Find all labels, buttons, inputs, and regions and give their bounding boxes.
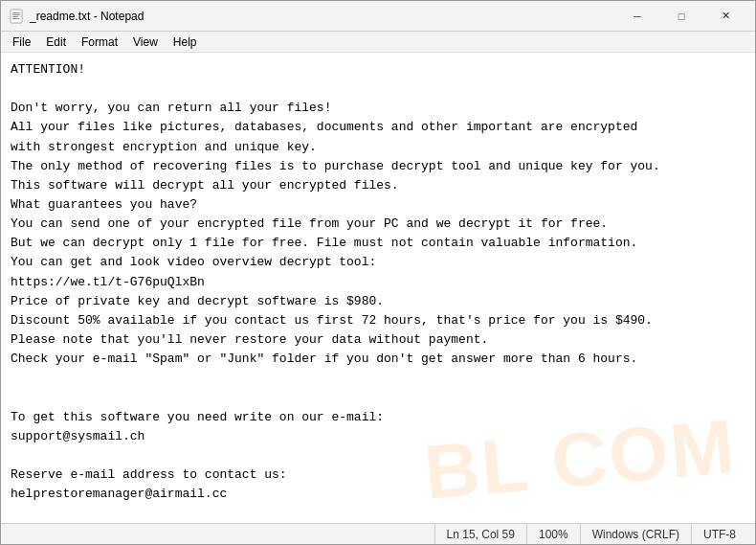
app-icon — [9, 9, 24, 24]
encoding: UTF-8 — [692, 524, 747, 544]
line-ending: Windows (CRLF) — [581, 524, 692, 544]
menu-edit[interactable]: Edit — [38, 34, 74, 51]
menu-help[interactable]: Help — [166, 34, 205, 51]
notepad-window: _readme.txt - Notepad ─ □ ✕ File Edit Fo… — [0, 0, 756, 545]
scroll-area[interactable]: ATTENTION! Don't worry, you can return a… — [1, 53, 755, 523]
svg-rect-1 — [12, 12, 20, 13]
status-spacer — [9, 524, 435, 544]
statusbar: Ln 15, Col 59 100% Windows (CRLF) UTF-8 — [1, 523, 755, 544]
svg-rect-4 — [12, 18, 19, 19]
zoom-level: 100% — [527, 524, 581, 544]
menu-format[interactable]: Format — [74, 34, 125, 51]
window-title: _readme.txt - Notepad — [30, 10, 615, 23]
titlebar: _readme.txt - Notepad ─ □ ✕ — [1, 1, 755, 32]
text-content: ATTENTION! Don't worry, you can return a… — [1, 53, 755, 523]
minimize-button[interactable]: ─ — [615, 1, 659, 32]
cursor-position: Ln 15, Col 59 — [435, 524, 527, 544]
menubar: File Edit Format View Help — [1, 32, 755, 53]
close-button[interactable]: ✕ — [703, 1, 747, 32]
menu-file[interactable]: File — [5, 34, 38, 51]
content-area: ATTENTION! Don't worry, you can return a… — [1, 53, 755, 523]
svg-rect-2 — [12, 14, 20, 15]
maximize-button[interactable]: □ — [659, 1, 703, 32]
window-controls: ─ □ ✕ — [615, 1, 747, 32]
svg-rect-3 — [12, 16, 18, 17]
menu-view[interactable]: View — [125, 34, 166, 51]
